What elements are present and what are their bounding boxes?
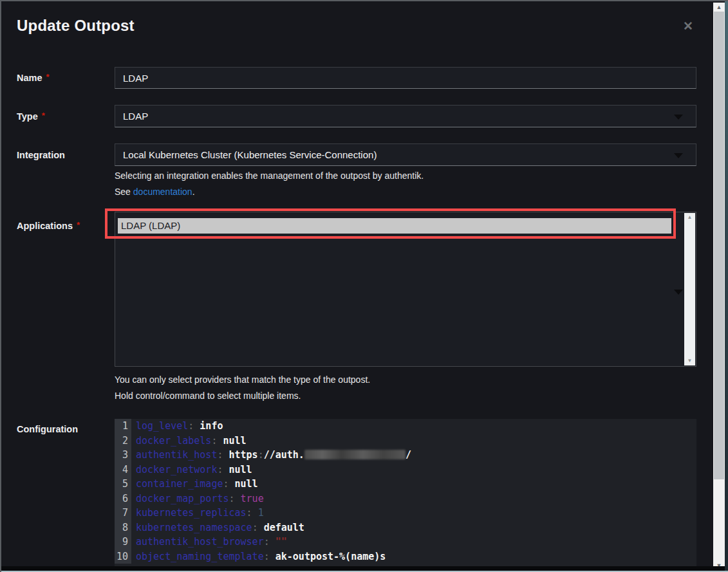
integration-doc-line: See documentation.: [115, 187, 195, 197]
page-title: Update Outpost: [17, 17, 135, 35]
yaml-token: ak-outpost-%(name)s: [275, 551, 386, 562]
type-label: Type*: [17, 111, 45, 122]
yaml-token: :: [217, 464, 229, 475]
yaml-token: :: [264, 551, 275, 562]
line-content: authentik_host: https://auth./: [131, 448, 411, 463]
line-number: 5: [115, 477, 131, 492]
chevron-down-icon: [674, 290, 683, 295]
yaml-key: authentik_host: [136, 449, 217, 461]
window-bottom-shadow: [1, 566, 725, 571]
code-line: 1log_level: info: [115, 419, 696, 434]
yaml-token: //auth.: [264, 449, 304, 461]
integration-select-value: Local Kubernetes Cluster (Kubernetes Ser…: [123, 149, 377, 160]
line-number: 1: [115, 419, 131, 434]
page-scrollbar-thumb[interactable]: [714, 12, 724, 479]
close-icon[interactable]: ✕: [680, 18, 696, 35]
yaml-token: :: [247, 507, 258, 519]
code-line: 2docker_labels: null: [115, 434, 696, 448]
integration-help-text: Selecting an integration enables the man…: [115, 171, 424, 181]
code-line: 3authentik_host: https://auth./: [115, 448, 696, 463]
line-number: 3: [115, 448, 131, 463]
yaml-token: null: [223, 435, 246, 447]
yaml-token: :: [223, 478, 234, 490]
type-select[interactable]: LDAP: [115, 105, 696, 127]
yaml-key: container_image: [136, 478, 223, 490]
chevron-down-icon: [674, 115, 683, 120]
yaml-token: :: [229, 493, 241, 504]
yaml-key: docker_labels: [136, 435, 211, 447]
yaml-key: object_naming_template: [136, 551, 264, 562]
yaml-token: https: [229, 449, 258, 461]
yaml-token: default: [264, 522, 304, 533]
code-line: 9authentik_host_browser: "": [115, 535, 696, 549]
configuration-code-editor[interactable]: 1log_level: info2docker_labels: null3aut…: [115, 419, 696, 566]
line-content: authentik_host_browser: "": [131, 535, 287, 549]
line-number: 6: [115, 492, 131, 506]
applications-help-text-1: You can only select providers that match…: [115, 374, 370, 385]
line-number: 10: [115, 549, 131, 564]
yaml-token: :: [217, 449, 229, 461]
name-label: Name*: [17, 73, 50, 83]
yaml-token: "": [275, 536, 287, 548]
listbox-scrollbar[interactable]: ▲ ▼: [684, 213, 695, 365]
yaml-token: :: [258, 449, 264, 461]
code-lines: 1log_level: info2docker_labels: null3aut…: [115, 419, 696, 564]
yaml-token: /: [406, 449, 411, 461]
yaml-token: null: [235, 478, 258, 490]
integration-label: Integration: [17, 150, 65, 160]
line-content: docker_map_ports: true: [131, 492, 264, 506]
yaml-key: kubernetes_namespace: [136, 522, 252, 533]
yaml-token: info: [200, 420, 223, 432]
required-asterisk: *: [77, 220, 80, 230]
code-line: 10object_naming_template: ak-outpost-%(n…: [115, 549, 696, 564]
yaml-token: :: [252, 522, 264, 533]
required-asterisk: *: [46, 72, 50, 82]
yaml-token: null: [229, 464, 252, 475]
line-content: kubernetes_replicas: 1: [131, 506, 264, 521]
line-content: object_naming_template: ak-outpost-%(nam…: [131, 549, 386, 564]
redacted-blur: [304, 450, 406, 459]
code-line: 6docker_map_ports: true: [115, 492, 696, 506]
line-content: log_level: info: [131, 419, 223, 434]
update-outpost-modal: Update Outpost ✕ Name* Type* LDAP Integr…: [0, 0, 728, 572]
yaml-token: :: [264, 536, 275, 548]
yaml-key: docker_network: [136, 464, 217, 475]
scroll-up-icon[interactable]: ▲: [713, 3, 725, 12]
code-line: 5container_image: null: [115, 477, 696, 492]
yaml-key: log_level: [136, 420, 188, 432]
line-content: kubernetes_namespace: default: [131, 521, 304, 535]
yaml-key: authentik_host_browser: [136, 536, 264, 548]
line-number: 4: [115, 463, 131, 477]
configuration-label: Configuration: [17, 424, 78, 434]
yaml-token: :: [188, 420, 200, 432]
name-input[interactable]: [115, 67, 696, 89]
code-line: 8kubernetes_namespace: default: [115, 521, 696, 535]
line-number: 8: [115, 521, 131, 535]
line-number: 7: [115, 506, 131, 521]
yaml-token: 1: [258, 507, 264, 519]
yaml-key: kubernetes_replicas: [136, 507, 247, 519]
chevron-down-icon: [674, 153, 683, 158]
yaml-token: true: [241, 493, 264, 504]
code-line: 7kubernetes_replicas: 1: [115, 506, 696, 521]
applications-option-selected[interactable]: LDAP (LDAP): [118, 218, 671, 234]
line-content: docker_network: null: [131, 463, 252, 477]
line-content: container_image: null: [131, 477, 258, 492]
code-line: 4docker_network: null: [115, 463, 696, 477]
line-content: docker_labels: null: [131, 434, 247, 448]
type-select-value: LDAP: [123, 111, 148, 122]
integration-select[interactable]: Local Kubernetes Cluster (Kubernetes Ser…: [115, 143, 696, 166]
yaml-token: :: [211, 435, 223, 447]
line-number: 2: [115, 434, 131, 448]
applications-listbox[interactable]: LDAP (LDAP) ▲ ▼: [115, 212, 696, 367]
applications-help-text-2: Hold control/command to select multiple …: [115, 391, 301, 401]
scroll-down-icon[interactable]: ▼: [684, 356, 695, 365]
line-number: 9: [115, 535, 131, 549]
window-right-edge: [725, 1, 728, 572]
scroll-up-icon[interactable]: ▲: [684, 213, 695, 222]
required-asterisk: *: [42, 111, 45, 120]
yaml-key: docker_map_ports: [136, 493, 229, 504]
applications-label: Applications*: [17, 221, 80, 231]
documentation-link[interactable]: documentation: [133, 187, 192, 197]
